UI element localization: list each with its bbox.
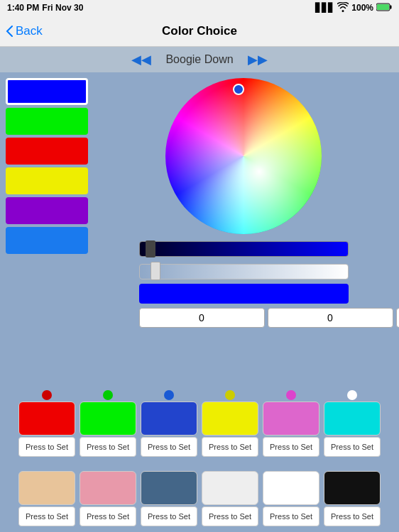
preset-swatch-row1-1[interactable] — [80, 401, 136, 436]
sub-nav-title: Boogie Down — [165, 53, 233, 66]
preset-label-row1-2[interactable]: Press to Set — [141, 437, 197, 457]
preset-item-row2-1: Press to Set — [80, 460, 136, 526]
brightness-track[interactable] — [139, 241, 349, 257]
preset-swatch-row2-3[interactable] — [202, 471, 258, 505]
preset-row-1: Press to SetPress to SetPress to SetPres… — [6, 390, 393, 457]
preset-swatch-row1-4[interactable] — [263, 401, 319, 436]
b-input[interactable] — [396, 308, 400, 328]
preset-label-row2-0[interactable]: Press to Set — [18, 506, 75, 526]
wifi-icon — [337, 2, 349, 14]
preset-swatch-row1-3[interactable] — [202, 401, 258, 436]
prev-arrow[interactable]: ◀◀ — [131, 52, 151, 67]
g-input[interactable] — [268, 308, 393, 328]
preset-label-row1-0[interactable]: Press to Set — [18, 437, 75, 457]
preset-item-row1-2: Press to Set — [141, 390, 197, 457]
r-input[interactable] — [139, 308, 265, 328]
status-bar: 1:40 PM Fri Nov 30 ▋▋▋ 100% — [0, 0, 399, 16]
preset-dot-4 — [286, 390, 296, 400]
preset-dot-5 — [347, 390, 357, 400]
brightness-slider-container[interactable] — [139, 241, 349, 257]
swatch-1[interactable] — [6, 108, 88, 135]
preset-dot-1 — [103, 390, 113, 400]
swatch-4[interactable] — [6, 197, 88, 224]
preset-label-row2-5[interactable]: Press to Set — [324, 506, 381, 526]
preset-item-row1-4: Press to Set — [263, 390, 319, 457]
preset-item-row1-5: Press to Set — [324, 390, 381, 457]
preset-label-row1-3[interactable]: Press to Set — [202, 437, 258, 457]
preset-label-row1-4[interactable]: Press to Set — [263, 437, 319, 457]
preset-label-row2-2[interactable]: Press to Set — [141, 506, 197, 526]
preset-label-row1-1[interactable]: Press to Set — [80, 437, 136, 457]
next-arrow[interactable]: ▶▶ — [248, 52, 268, 67]
preset-swatch-row2-1[interactable] — [80, 471, 136, 505]
white-thumb[interactable] — [151, 262, 160, 280]
preset-label-row2-3[interactable]: Press to Set — [202, 506, 258, 526]
preset-swatch-row1-2[interactable] — [141, 401, 197, 436]
preset-swatch-row2-4[interactable] — [263, 471, 319, 505]
status-date: Fri Nov 30 — [42, 3, 83, 13]
preset-item-row1-1: Press to Set — [80, 390, 136, 457]
nav-bar: Back Color Choice — [0, 16, 399, 47]
preset-dot-0 — [42, 390, 52, 400]
battery-icon — [376, 3, 392, 13]
preset-item-row1-0: Press to Set — [18, 390, 75, 457]
color-wheel-container[interactable] — [165, 78, 322, 234]
color-preview-bar — [139, 284, 349, 304]
preset-row-2: Press to SetPress to SetPress to SetPres… — [6, 460, 393, 526]
presets-area: Press to SetPress to SetPress to SetPres… — [0, 390, 399, 532]
swatch-0[interactable] — [6, 78, 88, 105]
back-label: Back — [16, 24, 43, 38]
preset-swatch-row2-2[interactable] — [141, 471, 197, 505]
preset-dot-2 — [164, 390, 174, 400]
color-wheel[interactable] — [165, 78, 322, 234]
preset-label-row1-5[interactable]: Press to Set — [324, 437, 381, 457]
wheel-dot[interactable] — [233, 84, 244, 95]
preset-item-row2-3: Press to Set — [202, 460, 258, 526]
back-button[interactable]: Back — [6, 24, 43, 38]
white-track[interactable] — [139, 264, 349, 279]
nav-title: Color Choice — [162, 24, 237, 38]
status-time: 1:40 PM — [7, 3, 39, 13]
svg-rect-2 — [377, 4, 389, 10]
white-slider-container[interactable] — [139, 264, 349, 279]
svg-rect-1 — [390, 5, 392, 9]
preset-dot-3 — [225, 390, 235, 400]
preset-item-row1-3: Press to Set — [202, 390, 258, 457]
preset-label-row2-1[interactable]: Press to Set — [80, 506, 136, 526]
rgba-row — [139, 308, 349, 328]
preset-item-row2-2: Press to Set — [141, 460, 197, 526]
sub-nav: ◀◀ Boogie Down ▶▶ — [0, 47, 399, 72]
signal-icon: ▋▋▋ — [315, 3, 334, 13]
preset-item-row2-4: Press to Set — [263, 460, 319, 526]
preset-swatch-row2-5[interactable] — [324, 471, 381, 505]
preset-swatch-row1-0[interactable] — [18, 401, 75, 436]
battery-label: 100% — [351, 3, 373, 13]
swatch-5[interactable] — [6, 227, 88, 254]
preset-label-row2-4[interactable]: Press to Set — [263, 506, 319, 526]
preset-item-row2-5: Press to Set — [324, 460, 381, 526]
preset-swatch-row1-5[interactable] — [324, 401, 381, 436]
brightness-thumb[interactable] — [146, 240, 155, 257]
swatch-2[interactable] — [6, 138, 88, 165]
preset-item-row2-0: Press to Set — [18, 460, 75, 526]
swatch-3[interactable] — [6, 167, 88, 194]
preset-swatch-row2-0[interactable] — [18, 471, 75, 505]
